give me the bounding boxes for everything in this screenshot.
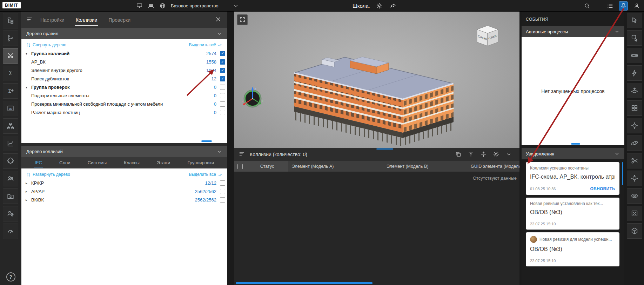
help-button[interactable]: ? <box>6 272 15 281</box>
collision-tree-row[interactable]: КР/КР 12/12 <box>21 179 227 187</box>
collapse-tree-link[interactable]: Свернуть дерево <box>26 42 66 47</box>
fit-center-button[interactable] <box>480 151 487 158</box>
task-list-button[interactable] <box>605 1 615 11</box>
active-processes-header[interactable]: Активные процессы <box>522 26 624 37</box>
scrollbar-thumb[interactable] <box>201 140 212 142</box>
sum-plus-button[interactable]: Σ <box>3 83 18 99</box>
workspace-display-button[interactable] <box>135 2 143 10</box>
rule-checkbox[interactable] <box>220 59 225 65</box>
dashboard-button[interactable] <box>3 224 18 239</box>
expand-arrow-icon[interactable] <box>26 181 31 185</box>
expand-arrow-icon[interactable] <box>26 85 31 89</box>
quick-section-button[interactable] <box>627 65 642 81</box>
collision-tree-tab[interactable]: Этажи <box>156 157 171 168</box>
grid-view-button[interactable] <box>627 100 642 116</box>
rule-row[interactable]: Группа проверок 0 <box>21 83 227 91</box>
fullscreen-button[interactable] <box>237 14 248 25</box>
clip-button[interactable] <box>627 153 642 168</box>
panel-tab[interactable]: Проверки <box>109 12 130 28</box>
select-cursor-button[interactable] <box>627 13 642 28</box>
measure-button[interactable] <box>627 48 642 63</box>
focus-button[interactable] <box>627 118 642 133</box>
orbit-button[interactable] <box>627 135 642 151</box>
search-button[interactable] <box>582 1 591 11</box>
view-cube-button[interactable] <box>627 223 642 239</box>
charts-button[interactable] <box>3 136 18 151</box>
collapse-section-icon[interactable] <box>614 151 620 157</box>
axis-gizmo[interactable]: z x y <box>239 85 266 111</box>
collapse-section-icon[interactable] <box>216 148 222 155</box>
refresh-button[interactable]: ОБНОВИТЬ <box>590 186 615 191</box>
rule-checkbox[interactable] <box>220 68 225 73</box>
collision-tree-header[interactable]: Дерево коллизий <box>21 146 227 157</box>
collision-tree-row[interactable]: АР/АР 2562/2562 <box>21 187 227 195</box>
duplicate-view-button[interactable] <box>455 151 462 158</box>
rule-checkbox[interactable] <box>220 110 225 115</box>
hide-object-button[interactable] <box>627 206 642 221</box>
user-location-button[interactable] <box>3 206 18 221</box>
select-all-checkbox[interactable] <box>237 164 243 169</box>
navigation-cube[interactable]: Слева Сзади <box>474 24 502 49</box>
rule-row[interactable]: Группа коллизий 2574 <box>21 49 227 58</box>
table-menu-icon[interactable] <box>239 151 246 158</box>
collision-tree-tab[interactable]: Группировки <box>187 157 215 168</box>
expand-tree-link[interactable]: Развернуть дерево <box>26 172 70 177</box>
notification-card[interactable]: Коллизии успешно посчитаны IFC-схема, АР… <box>526 162 619 195</box>
rules-tree-header[interactable]: Дерево правил <box>21 28 227 39</box>
collision-row-checkbox[interactable] <box>220 180 225 186</box>
section-plane-button[interactable] <box>627 83 642 98</box>
horizontal-scrollbar[interactable] <box>236 282 373 284</box>
share-icon[interactable] <box>389 2 397 10</box>
panel-menu-icon[interactable] <box>26 16 34 24</box>
rule-row[interactable]: Подозрительные элементы 0 <box>21 91 227 100</box>
collisions-button[interactable] <box>3 48 18 64</box>
collision-row-checkbox[interactable] <box>220 189 225 194</box>
collapse-section-icon[interactable] <box>216 31 222 37</box>
workspace-selector[interactable]: Базовое пространство <box>171 3 219 8</box>
hierarchy-button[interactable] <box>3 118 18 134</box>
web-globe-button[interactable] <box>158 2 167 10</box>
transform-button[interactable] <box>627 171 642 186</box>
select-all-link[interactable]: Выделить всё <box>189 42 222 47</box>
users-button[interactable] <box>3 171 18 186</box>
sum-button[interactable]: Σ <box>3 66 18 81</box>
view-2d-button[interactable]: 2D <box>3 101 18 116</box>
visibility-button[interactable] <box>627 188 642 204</box>
rule-checkbox[interactable] <box>220 101 225 107</box>
notification-card[interactable]: Новая ревизия установлена как тек... ОВ/… <box>526 198 619 230</box>
vertical-scrollbar[interactable] <box>622 162 623 185</box>
scrollbar-thumb[interactable] <box>571 143 580 145</box>
collapse-section-icon[interactable] <box>614 28 620 35</box>
shared-folders-button[interactable] <box>3 188 18 204</box>
collision-tree-tab[interactable]: IFC <box>34 157 43 168</box>
rule-row[interactable]: Элемент внутри другого 1004 <box>21 66 227 74</box>
close-panel-icon[interactable] <box>215 16 222 24</box>
fit-top-button[interactable] <box>468 151 475 158</box>
model-structure-button[interactable] <box>3 13 18 28</box>
notification-card[interactable]: Новая ревизия для модели успешн... ОВ/ОВ… <box>526 232 619 266</box>
column-header[interactable]: Элемент (Модель А) <box>288 161 383 172</box>
connections-button[interactable] <box>3 31 18 46</box>
rule-row[interactable]: Поиск дубликатов 12 <box>21 74 227 83</box>
rule-checkbox[interactable] <box>220 76 225 81</box>
resize-handle[interactable] <box>376 148 393 150</box>
collision-tree-row[interactable]: ВК/ВК 2562/2562 <box>21 195 227 204</box>
expand-arrow-icon[interactable] <box>26 52 31 55</box>
rule-row[interactable]: Проверка минимальной свободной площади с… <box>21 100 227 108</box>
panel-tab[interactable]: Коллизии <box>76 12 98 28</box>
column-header[interactable]: Статус <box>246 161 288 172</box>
panel-tab[interactable]: Настройки <box>40 12 65 28</box>
collision-tree-tab[interactable]: Слои <box>59 157 71 168</box>
notifications-button[interactable] <box>619 1 628 11</box>
collision-tree-tab[interactable]: Системы <box>87 157 107 168</box>
collapse-table-button[interactable] <box>505 151 512 158</box>
rule-checkbox[interactable] <box>220 93 225 98</box>
viewport-3d[interactable]: Слева Сзади z x y <box>234 12 519 148</box>
collision-row-checkbox[interactable] <box>220 197 225 203</box>
team-button[interactable] <box>147 2 155 10</box>
notifications-header[interactable]: Уведомления <box>522 148 624 159</box>
column-header[interactable]: Элемент (Модель В) <box>383 161 467 172</box>
rule-checkbox[interactable] <box>220 85 225 90</box>
rule-checkbox[interactable] <box>220 51 225 56</box>
account-button[interactable] <box>632 1 641 11</box>
